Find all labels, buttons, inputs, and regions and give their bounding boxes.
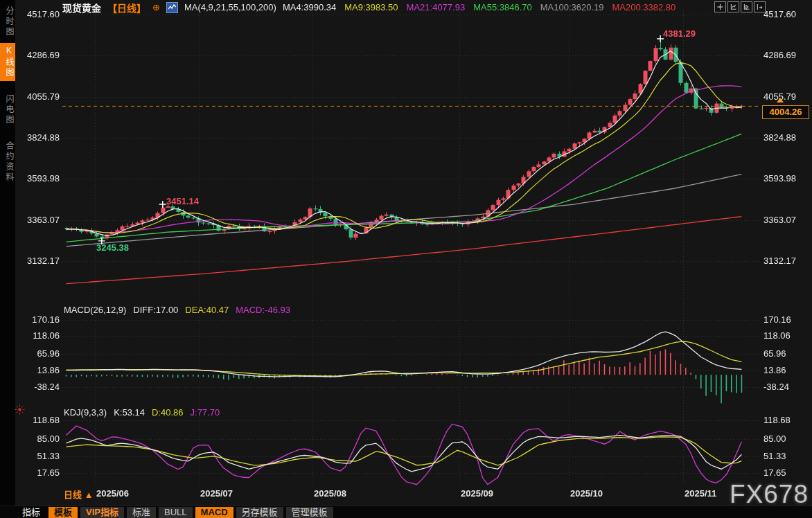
axis-price-label: 3824.88 (764, 132, 809, 143)
axis-price-label: 170.16 (764, 314, 809, 325)
macd-diff-value: DIFF:17.00 (133, 305, 178, 315)
bottom-tab-bar: 指标模板VIP指标标准BULLMACD另存模板管理模板 (0, 506, 812, 518)
axis-date-label: 2025/06 (96, 488, 129, 499)
axis-price-label: 4055.79 (764, 91, 809, 102)
axis-date-label: 2025/07 (200, 488, 233, 499)
footer-tab-标准[interactable]: 标准 (127, 507, 156, 518)
macd-title: MACD(26,12,9) (64, 305, 126, 315)
price-axis-right: 4517.604286.694055.793824.883593.983363.… (764, 0, 809, 518)
footer-tab-MACD[interactable]: MACD (195, 507, 233, 518)
axis-price-label: 85.00 (764, 434, 809, 445)
ma-value: MA100:3620.19 (540, 2, 604, 12)
axis-price-label: 118.06 (15, 330, 60, 341)
axis-price-label: 17.65 (764, 467, 809, 479)
period-selector[interactable]: 日线 ▲ (64, 488, 94, 501)
footer-tab-VIP指标[interactable]: VIP指标 (80, 507, 124, 518)
footer-tab-指标[interactable]: 指标 (17, 507, 46, 518)
footer-tab-另存模板[interactable]: 另存模板 (236, 507, 283, 518)
live-alert-icon (15, 404, 25, 418)
period-selector-label: 日线 (64, 490, 82, 500)
ma-settings-label: MA(4,9,21,55,100,200) (184, 2, 276, 12)
axis-price-label: 51.33 (15, 451, 60, 462)
axis-price-label: 3593.98 (764, 173, 809, 184)
price-axis-left: 4517.604286.694055.793824.883593.983363.… (15, 0, 60, 518)
ma-value: MA200:3382.80 (612, 2, 676, 12)
axis-price-label: -38.24 (764, 382, 809, 393)
axis-price-label: 4055.79 (15, 91, 60, 102)
axis-price-label: 3824.88 (15, 132, 60, 143)
ma-value: MA9:3983.50 (344, 2, 398, 12)
ma-value: MA55:3846.70 (473, 2, 532, 12)
pan-right-icon[interactable] (754, 1, 766, 12)
axis-price-label: 3363.07 (764, 215, 809, 226)
ma-value: MA4:3990.34 (283, 2, 336, 12)
axis-price-label: 3132.17 (15, 256, 60, 267)
axis-price-label: 4517.60 (764, 9, 809, 20)
add-indicator-icon[interactable]: ⊕ (152, 3, 160, 12)
sidebar-item-1[interactable]: 分时图 (0, 3, 15, 40)
axis-price-label: 118.68 (764, 415, 809, 426)
footer-tab-模板[interactable]: 模板 (48, 507, 78, 518)
sidebar-item-3[interactable]: 闪电图 (0, 91, 15, 128)
fit-y-axis-icon[interactable] (727, 1, 739, 12)
left-nav-sidebar: 分时图K线图闪电图合约资料 (0, 0, 15, 518)
axis-price-label: 85.00 (15, 434, 60, 445)
footer-tab-管理模板[interactable]: 管理模板 (286, 507, 333, 518)
axis-price-label: 65.96 (764, 348, 809, 359)
chart-canvas[interactable] (0, 0, 812, 518)
axis-date-label: 2025/08 (314, 488, 346, 499)
axis-price-label: 65.96 (15, 348, 60, 359)
trading-chart-window: 分时图K线图闪电图合约资料 现货黄金 【日线】 ⊕ MA(4,9,21,55,1… (0, 0, 812, 518)
axis-date-label: 2025/10 (570, 488, 603, 499)
symbol-title: 现货黄金 (62, 1, 101, 15)
kline-style-icon[interactable] (166, 2, 178, 13)
footer-tab-BULL[interactable]: BULL (159, 507, 193, 518)
sidebar-item-4[interactable]: 合约资料 (0, 139, 15, 186)
kdj-title: KDJ(9,3,3) (64, 407, 107, 418)
macd-dea-value: DEA:40.47 (185, 305, 229, 315)
price-annotation: 3245.38 (96, 242, 129, 253)
kdj-k-value: K:53.14 (114, 407, 145, 418)
axis-price-label: 3363.07 (15, 215, 60, 226)
macd-panel-header: MACD(26,12,9) DIFF:17.00 DEA:40.47 MACD:… (64, 305, 290, 315)
last-price-tag: 4004.26 (762, 105, 809, 119)
macd-macd-value: MACD:-46.93 (236, 305, 290, 315)
fit-x-axis-icon[interactable] (741, 1, 752, 12)
axis-price-label: 51.33 (764, 451, 809, 462)
axis-date-label: 2025/09 (461, 488, 493, 499)
kdj-j-value: J:77.70 (191, 407, 220, 418)
axis-price-label: 118.06 (764, 330, 809, 341)
axis-price-label: 170.16 (15, 314, 60, 325)
ma-value: MA21:4077.93 (407, 2, 466, 12)
triangle-up-icon: ▲ (85, 490, 94, 500)
axis-price-label: 3593.98 (15, 173, 60, 184)
axis-date-label: 2025/11 (685, 488, 716, 499)
axis-price-label: 4517.60 (15, 9, 60, 20)
sidebar-item-2[interactable]: K线图 (0, 43, 15, 81)
price-annotation: 4381.29 (663, 28, 696, 39)
axis-price-label: 4286.69 (764, 50, 809, 61)
axis-price-label: 3132.17 (764, 256, 809, 267)
fx678-watermark: FX678 (730, 480, 809, 509)
axis-price-label: 13.86 (15, 365, 60, 376)
price-annotation: 3451.14 (166, 196, 199, 206)
period-tag[interactable]: 【日线】 (107, 1, 146, 15)
chart-header: 现货黄金 【日线】 ⊕ MA(4,9,21,55,100,200) MA4:39… (62, 1, 676, 13)
chart-toolbar (714, 1, 766, 12)
price-tag-arrow-icon (777, 98, 784, 102)
crosshair-icon[interactable] (714, 1, 726, 12)
axis-price-label: -38.24 (15, 382, 60, 393)
axis-price-label: 17.65 (15, 467, 60, 479)
axis-price-label: 13.86 (764, 365, 809, 376)
kdj-d-value: D:40.86 (152, 407, 184, 418)
ma-values-group: MA4:3990.34MA9:3983.50MA21:4077.93MA55:3… (283, 2, 676, 12)
axis-price-label: 4286.69 (15, 50, 60, 61)
kdj-panel-header: KDJ(9,3,3) K:53.14 D:40.86 J:77.70 (64, 407, 220, 418)
